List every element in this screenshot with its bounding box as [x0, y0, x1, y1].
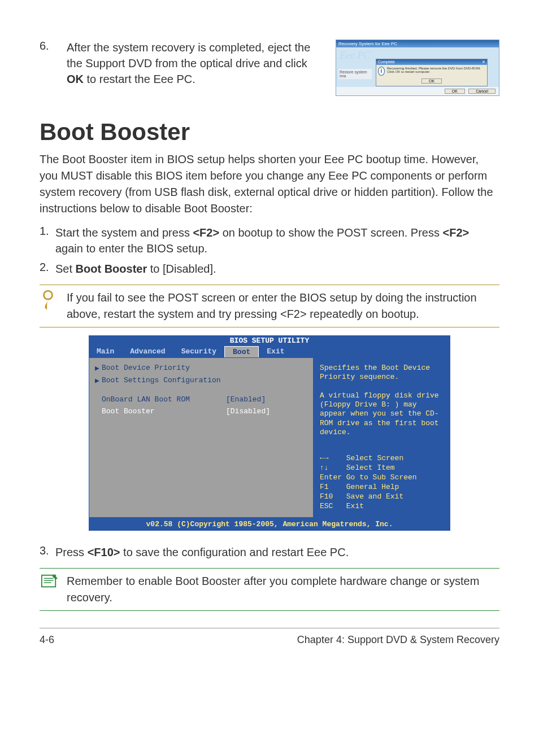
note1-text: If you fail to see the POST screen or en…: [67, 290, 499, 322]
win-cancel-button: Cancel: [468, 89, 495, 94]
step1-t1: Start the system and press: [55, 226, 193, 239]
chapter-label: Chapter 4: Support DVD & System Recovery: [297, 634, 499, 646]
bios-key-3: F1 General Help: [320, 483, 444, 491]
step1-b1: <F2>: [193, 226, 219, 239]
svg-point-0: [44, 291, 53, 299]
step1-t2: on bootup to show the POST screen. Press: [219, 226, 442, 239]
step3-text: Press <F10> to save the configuration an…: [55, 544, 499, 560]
step6-bold: OK: [67, 73, 84, 85]
bios-key-5: ESC Exit: [320, 502, 444, 510]
bios-tab-main: Main: [89, 346, 122, 357]
step3-t1: Press: [55, 546, 88, 558]
step6-text: After the system recovery is completed, …: [67, 40, 324, 87]
dlg-close-icon: ✕: [482, 60, 485, 64]
tip-icon: [40, 290, 59, 313]
info-icon: i: [378, 67, 385, 76]
step3-b1: <F10>: [88, 546, 120, 558]
step6-t2: to restart the Eee PC.: [84, 73, 195, 85]
bios-arrow-blank: [95, 395, 102, 404]
bios-item-lan: OnBoard LAN Boot ROM: [102, 395, 226, 404]
step2-t1: Set: [55, 263, 76, 275]
win-dialog: Complete ✕ i Recovering finished. Please…: [376, 59, 488, 86]
win-sidebar: Restore system ima: [338, 69, 372, 79]
bios-help: Specifies the Boot Device Priority seque…: [320, 364, 444, 437]
step2-text: Set Boot Booster to [Disabled].: [55, 261, 499, 277]
bios-screen: BIOS SETUP UTILITY Main Advanced Securit…: [89, 335, 450, 531]
intro-para: The Boot Booster item in BIOS setup help…: [40, 151, 499, 217]
bios-arrow-blank: [95, 407, 102, 416]
step2-t2: to [Disabled].: [147, 263, 216, 275]
step6-num: 6.: [40, 40, 55, 53]
bios-tab-security: Security: [173, 346, 224, 357]
bios-title: BIOS SETUP UTILITY: [89, 335, 450, 346]
bios-item-bootbooster: Boot Booster: [102, 407, 226, 416]
note2-text: Remember to enable Boot Booster after yo…: [67, 573, 499, 606]
step1-num: 1.: [40, 225, 55, 238]
bios-key-2: Enter Go to Sub Screen: [320, 473, 444, 482]
step1-b2: <F2>: [443, 226, 470, 239]
bios-key-0: ←→ Select Screen: [320, 454, 444, 462]
bios-arrow-icon: ▶: [95, 364, 102, 373]
win-title: Recovery System for Eee PC: [336, 40, 499, 47]
bios-footer: v02.58 (C)Copyright 1985-2005, American …: [89, 518, 450, 531]
heading-boot-booster: Boot Booster: [40, 119, 499, 146]
bios-key-4: F10 Save and Exit: [320, 492, 444, 501]
bios-item-bdp: Boot Device Priority: [102, 364, 226, 373]
bios-tab-advanced: Advanced: [122, 346, 173, 357]
bios-tab-exit: Exit: [259, 346, 292, 357]
step3-num: 3.: [40, 544, 55, 557]
step6-t1: After the system recovery is completed, …: [67, 41, 310, 69]
screenshot-recovery: Recovery System for Eee PC Eee PC Restor…: [336, 40, 499, 96]
bios-left-pane: ▶Boot Device Priority ▶Boot Settings Con…: [89, 358, 314, 517]
dlg-ok-button: OK: [421, 78, 442, 84]
bios-tabs: Main Advanced Security Boot Exit: [89, 346, 450, 357]
step1-t3: again to enter the BIOS setup.: [55, 242, 207, 255]
bios-right-pane: Specifies the Boot Device Priority seque…: [314, 358, 450, 517]
page-number: 4-6: [40, 634, 54, 646]
bios-tab-boot: Boot: [224, 346, 259, 357]
bios-val2: [Enabled]: [226, 395, 266, 404]
step2-b1: Boot Booster: [76, 263, 147, 275]
bios-key-1: ↑↓ Select Item: [320, 464, 444, 472]
note-icon: [40, 573, 59, 592]
page-footer: 4-6 Chapter 4: Support DVD & System Reco…: [40, 628, 499, 646]
dlg-msg: Recovering finished. Please remove the D…: [387, 67, 485, 73]
step2-num: 2.: [40, 261, 55, 274]
bios-val3: [Disabled]: [226, 407, 270, 416]
bios-arrow-icon: ▶: [95, 376, 102, 385]
step1-text: Start the system and press <F2> on bootu…: [55, 225, 499, 256]
win-ok-button: OK: [445, 89, 465, 94]
dlg-title: Complete: [378, 60, 395, 64]
bios-item-bsc: Boot Settings Configuration: [102, 376, 226, 385]
bios-keys: ←→ Select Screen ↑↓ Select Item Enter Go…: [320, 454, 444, 510]
step3-t2: to save the configuration and restart Ee…: [120, 546, 349, 558]
